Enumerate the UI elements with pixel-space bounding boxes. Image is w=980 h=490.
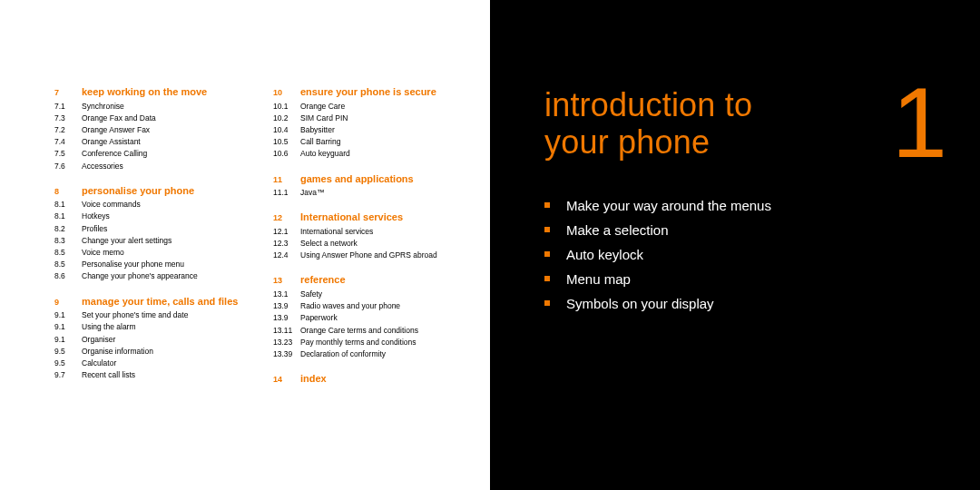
toc-entry: Set your phone's time and date bbox=[82, 309, 188, 321]
toc-entry: Voice commands bbox=[82, 199, 141, 211]
toc-entry-num: 8.5 bbox=[54, 259, 82, 270]
toc-chapter-number: 10 bbox=[273, 88, 300, 97]
list-item: Menu map bbox=[544, 271, 944, 287]
toc-entry: Orange Care bbox=[300, 101, 345, 113]
toc-entry-num: 13.39 bbox=[273, 348, 300, 360]
square-bullet-icon bbox=[544, 276, 550, 281]
toc-chapter-number: 8 bbox=[54, 187, 82, 196]
toc-section: 12 International services 12.1Internatio… bbox=[273, 211, 463, 261]
toc-entry-num: 7.5 bbox=[54, 148, 82, 160]
toc-heading: International services bbox=[300, 211, 403, 223]
toc-entry-num: 8.2 bbox=[54, 223, 82, 235]
toc-chapter-number: 11 bbox=[273, 175, 300, 184]
bullet-text: Make your way around the menus bbox=[566, 198, 771, 213]
toc-entry: Using Answer Phone and GPRS abroad bbox=[300, 250, 437, 261]
bullet-text: Menu map bbox=[566, 271, 631, 287]
toc-entry-num: 8.1 bbox=[54, 211, 82, 222]
toc-entry: Auto keyguard bbox=[300, 148, 350, 160]
toc-entry-num: 10.5 bbox=[273, 136, 300, 148]
toc-entry: Safety bbox=[300, 289, 322, 300]
toc-entry: Orange Assistant bbox=[82, 136, 141, 148]
toc-section: 11 games and applications 11.1Java™ bbox=[273, 173, 463, 200]
toc-heading: ensure your phone is secure bbox=[300, 86, 436, 98]
toc-entry: Synchronise bbox=[82, 101, 124, 113]
toc-entry-num: 8.5 bbox=[54, 247, 82, 259]
toc-entry: Conference Calling bbox=[82, 148, 147, 160]
chapter-title: introduction to your phone bbox=[544, 86, 944, 162]
toc-entry-num: 7.2 bbox=[54, 124, 82, 136]
toc-entry-num: 9.1 bbox=[54, 334, 82, 346]
toc-entry-num: 13.1 bbox=[273, 289, 300, 300]
right-page: 1 introduction to your phone Make your w… bbox=[490, 0, 980, 490]
toc-entry: Select a network bbox=[300, 238, 358, 250]
toc-entry-num: 7.4 bbox=[54, 136, 82, 148]
toc-entry: International services bbox=[300, 226, 373, 238]
toc-entry-num: 9.1 bbox=[54, 309, 82, 321]
toc-heading: keep working on the move bbox=[82, 86, 207, 98]
toc-entry: Orange Fax and Data bbox=[82, 113, 156, 124]
toc-entry: Orange Answer Fax bbox=[82, 124, 150, 136]
toc-section: 8 personalise your phone 8.1Voice comman… bbox=[54, 185, 244, 283]
toc-entry: SIM Card PIN bbox=[300, 113, 348, 124]
toc-entry: Change your phone's appearance bbox=[82, 270, 198, 282]
toc-entry-num: 12.3 bbox=[273, 238, 300, 250]
chapter-bullet-list: Make your way around the menus Make a se… bbox=[544, 198, 944, 311]
toc-chapter-number: 7 bbox=[54, 88, 82, 97]
toc-entry-num: 9.7 bbox=[54, 369, 82, 381]
toc-entry-num: 12.1 bbox=[273, 226, 300, 238]
toc-entry: Declaration of conformity bbox=[300, 348, 386, 360]
toc-entry: Personalise your phone menu bbox=[82, 259, 184, 270]
toc-entry: Organiser bbox=[82, 334, 115, 346]
toc-entry-num: 11.1 bbox=[273, 187, 300, 199]
chapter-title-line1: introduction to bbox=[544, 86, 752, 123]
toc-entry: Orange Care terms and conditions bbox=[300, 325, 418, 337]
toc-heading: games and applications bbox=[300, 173, 414, 185]
table-of-contents: 7 keep working on the move 7.1Synchronis… bbox=[54, 86, 463, 397]
toc-entry-num: 8.1 bbox=[54, 199, 82, 211]
square-bullet-icon bbox=[544, 251, 550, 257]
toc-entry-num: 12.4 bbox=[273, 250, 300, 261]
left-page: 7 keep working on the move 7.1Synchronis… bbox=[0, 0, 490, 490]
chapter-title-line2: your phone bbox=[544, 123, 710, 161]
toc-entry: Voice memo bbox=[82, 247, 124, 259]
toc-entry-num: 13.11 bbox=[273, 325, 300, 337]
toc-entry: Babysitter bbox=[300, 124, 335, 136]
toc-entry-num: 7.1 bbox=[54, 101, 82, 113]
toc-entry: Using the alarm bbox=[82, 321, 136, 333]
toc-heading: personalise your phone bbox=[82, 185, 194, 197]
list-item: Auto keylock bbox=[544, 247, 944, 262]
toc-entry: Change your alert settings bbox=[82, 235, 172, 247]
toc-section: 7 keep working on the move 7.1Synchronis… bbox=[54, 86, 244, 172]
toc-entry-num: 10.6 bbox=[273, 148, 300, 160]
toc-entry: Hotkeys bbox=[82, 211, 110, 222]
toc-entry: Recent call lists bbox=[82, 369, 135, 381]
square-bullet-icon bbox=[544, 300, 550, 306]
toc-chapter-number: 13 bbox=[273, 276, 300, 285]
toc-entry-num: 13.9 bbox=[273, 300, 300, 312]
square-bullet-icon bbox=[544, 227, 550, 232]
toc-section: 13 reference 13.1Safety 13.9Radio waves … bbox=[273, 274, 463, 360]
toc-section: 10 ensure your phone is secure 10.1Orang… bbox=[273, 86, 463, 161]
square-bullet-icon bbox=[544, 202, 550, 208]
list-item: Symbols on your display bbox=[544, 296, 944, 311]
toc-column-2: 10 ensure your phone is secure 10.1Orang… bbox=[273, 86, 463, 397]
list-item: Make your way around the menus bbox=[544, 198, 944, 213]
list-item: Make a selection bbox=[544, 222, 944, 238]
toc-chapter-number: 14 bbox=[273, 375, 300, 384]
toc-entry: Organise information bbox=[82, 346, 153, 358]
toc-entry-num: 13.9 bbox=[273, 312, 300, 324]
toc-entry-num: 10.2 bbox=[273, 113, 300, 124]
chapter-number: 1 bbox=[892, 73, 947, 172]
toc-chapter-number: 12 bbox=[273, 213, 300, 222]
toc-entry: Radio waves and your phone bbox=[300, 300, 400, 312]
toc-heading: manage your time, calls and files bbox=[82, 296, 238, 308]
toc-entry-num: 9.5 bbox=[54, 358, 82, 369]
toc-section: 14 index bbox=[273, 373, 463, 385]
toc-heading: reference bbox=[300, 274, 346, 286]
bullet-text: Symbols on your display bbox=[566, 296, 714, 311]
toc-entry-num: 9.1 bbox=[54, 321, 82, 333]
toc-column-1: 7 keep working on the move 7.1Synchronis… bbox=[54, 86, 244, 397]
toc-entry: Profiles bbox=[82, 223, 107, 235]
bullet-text: Auto keylock bbox=[566, 247, 643, 262]
toc-entry-num: 9.5 bbox=[54, 346, 82, 358]
